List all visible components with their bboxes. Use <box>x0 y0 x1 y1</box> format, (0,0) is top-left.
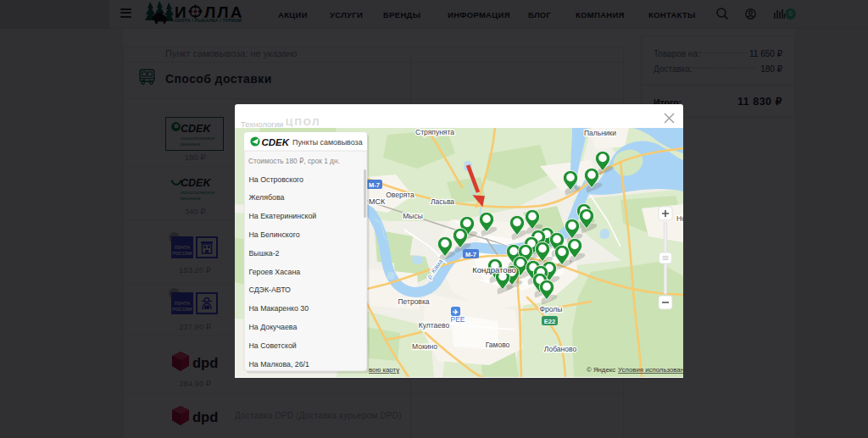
svg-text:СДЭК-АВТО: СДЭК-АВТО <box>249 286 292 294</box>
svg-text:Условия использования: Условия использования <box>618 366 683 374</box>
svg-text:МСК: МСК <box>369 197 386 206</box>
svg-text:Кондратово: Кондратово <box>472 265 516 274</box>
svg-text:На Белинского: На Белинского <box>249 230 300 239</box>
svg-text:Оверята: Оверята <box>386 191 415 199</box>
svg-text:Пальники: Пальники <box>584 129 616 137</box>
svg-text:На Макаренко 30: На Макаренко 30 <box>249 304 309 313</box>
svg-text:На Малкова, 26/1: На Малкова, 26/1 <box>249 360 310 369</box>
svg-text:© Яндекс: © Яндекс <box>587 366 615 374</box>
svg-text:CDEK: CDEK <box>262 137 290 147</box>
svg-text:Мокино: Мокино <box>412 342 437 351</box>
svg-text:М-7: М-7 <box>369 181 380 189</box>
svg-text:вою карту: вою карту <box>369 366 399 374</box>
svg-text:Вышка-2: Вышка-2 <box>249 249 280 258</box>
svg-text:На Советской: На Советской <box>249 341 297 350</box>
svg-text:Култаево: Култаево <box>419 321 450 330</box>
svg-text:РЕЕ: РЕЕ <box>450 315 465 324</box>
svg-text:Гамово: Гамово <box>486 341 510 349</box>
svg-text:М-7: М-7 <box>465 251 476 258</box>
svg-text:На Докучаева: На Докучаева <box>249 323 298 331</box>
svg-text:Лобаново: Лобаново <box>544 345 577 353</box>
svg-text:Мысы: Мысы <box>403 212 423 220</box>
svg-text:На Островского: На Островского <box>249 175 304 184</box>
svg-text:Стряпунята: Стряпунята <box>415 128 454 136</box>
svg-text:Стоимость 180 ₽, срок 1 дн.: Стоимость 180 ₽, срок 1 дн. <box>248 157 340 165</box>
svg-text:Героев Хасана: Героев Хасана <box>249 268 301 276</box>
svg-text:На Екатерининской: На Екатерининской <box>249 212 317 220</box>
svg-text:Желябова: Желябова <box>249 193 285 202</box>
svg-text:Пункты самовывоза: Пункты самовывоза <box>292 138 363 147</box>
svg-text:Е22: Е22 <box>544 318 555 325</box>
svg-text:Петровка: Петровка <box>398 297 429 306</box>
svg-text:✈: ✈ <box>453 308 459 316</box>
svg-text:Фролы: Фролы <box>540 305 563 313</box>
svg-text:Новые Ляды: Новые Ляды <box>676 214 683 223</box>
svg-text:Ласьва: Ласьва <box>431 197 454 206</box>
